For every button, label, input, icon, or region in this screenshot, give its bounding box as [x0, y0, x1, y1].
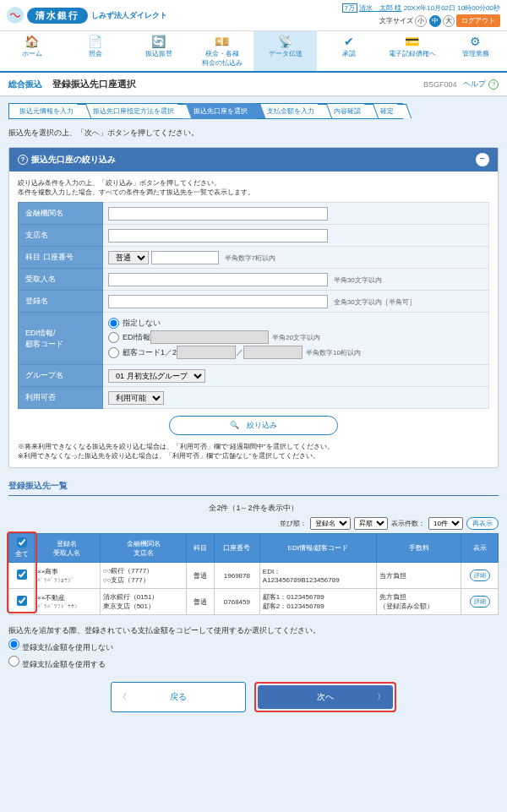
step-3: 支払金額を入力 — [256, 103, 324, 119]
account-number-input[interactable] — [151, 251, 219, 264]
font-small-button[interactable]: 小 — [415, 15, 427, 27]
edi-none-radio[interactable] — [108, 318, 119, 329]
edi-code1-input[interactable] — [177, 346, 236, 359]
table-row: ××商事ﾊﾞﾂﾊﾞﾂｼｮｳｼﾞ○○銀行（7777）○○支店（777）普通1969… — [9, 563, 499, 589]
copy-instruction: 振込先を追加する際、登録されている支払金額をコピーして使用するか選択してください… — [8, 625, 499, 636]
collapse-icon[interactable]: − — [476, 153, 489, 166]
label-edi: EDI情報/ 顧客コード — [19, 313, 103, 365]
step-0: 振込元情報を入力 — [8, 103, 83, 119]
edi-code-radio[interactable] — [108, 347, 119, 358]
nav-1[interactable]: 📄照会 — [63, 31, 127, 71]
label-branch: 支店名 — [19, 225, 103, 247]
detail-button[interactable]: 詳細 — [470, 569, 490, 581]
sort-select[interactable]: 登録名 — [310, 517, 351, 530]
page-category: 総合振込 — [8, 79, 42, 90]
nav-7[interactable]: ⚙管理業務 — [444, 31, 507, 71]
filter-button[interactable]: 🔍 絞り込み — [169, 416, 338, 435]
bank-logo-icon — [7, 7, 24, 24]
label-regname: 登録名 — [19, 291, 103, 313]
detail-button[interactable]: 詳細 — [470, 596, 490, 608]
edi-info-radio[interactable] — [108, 332, 119, 343]
row-checkbox[interactable] — [17, 596, 27, 606]
list-count: 全2件（1～2件を表示中） — [8, 503, 499, 514]
edi-info-input[interactable] — [150, 330, 269, 344]
redisplay-button[interactable]: 再表示 — [466, 517, 499, 530]
select-all-checkbox[interactable] — [17, 537, 27, 548]
font-large-button[interactable]: 大 — [443, 15, 455, 27]
nav-0[interactable]: 🏠ホーム — [0, 31, 63, 71]
nav-3[interactable]: 💴税金・各種料金の払込み — [190, 31, 254, 71]
label-account: 科目 口座番号 — [19, 247, 103, 269]
page-title: 登録振込先口座選択 — [52, 78, 136, 90]
nav-2[interactable]: 🔄振込振替 — [127, 31, 190, 71]
copy-no-radio[interactable] — [8, 639, 19, 650]
edi-code2-input[interactable] — [243, 346, 303, 359]
branch-input[interactable] — [108, 229, 328, 243]
copy-yes-radio[interactable] — [8, 656, 19, 667]
row-checkbox[interactable] — [17, 569, 27, 580]
step-2: 振込先口座を選択 — [183, 103, 257, 119]
help-link[interactable]: ヘルプ ? — [463, 79, 499, 90]
rows-select[interactable]: 10件 — [428, 517, 463, 530]
label-avail: 利用可否 — [19, 387, 103, 409]
label-group: グループ名 — [19, 365, 103, 387]
bank-input[interactable] — [108, 207, 328, 221]
payee-input[interactable] — [108, 273, 328, 286]
label-payee: 受取人名 — [19, 269, 103, 291]
order-select[interactable]: 昇順 — [354, 517, 388, 530]
back-button[interactable]: 〈戻る — [111, 682, 246, 712]
account-type-select[interactable]: 普通 — [108, 251, 149, 264]
logout-button[interactable]: ログアウト — [456, 14, 500, 27]
user-badge: 7万 — [342, 3, 357, 13]
font-medium-button[interactable]: 中 — [429, 15, 441, 27]
filter-note: 絞り込み条件を入力の上、「絞り込み」ボタンを押してください。条件を複数入力した場… — [18, 178, 489, 197]
timestamp: 20XX年10月02日 10時00分00秒 — [404, 4, 500, 12]
nav-5[interactable]: ✔承認 — [317, 31, 380, 71]
nav-4[interactable]: 📡データ伝送 — [254, 31, 317, 71]
filter-warning: ※将来利用できなくなる振込先を絞り込む場合は、「利用可否」欄で"経過期間中"を選… — [18, 442, 489, 460]
table-row: ××不動産ﾊﾞﾂﾊﾞﾂﾌﾄﾞｳｻﾝ清水銀行（0151）東京支店（501）普通07… — [9, 589, 499, 615]
page-code: BSGF004 — [423, 80, 457, 89]
service-name: しみず法人ダイレクト — [91, 10, 167, 21]
bank-name: 清水銀行 — [27, 8, 88, 24]
avail-select[interactable]: 利用可能 — [108, 391, 164, 405]
nav-6[interactable]: 💳電子記録債権へ — [380, 31, 444, 71]
next-button[interactable]: 次へ〉 — [258, 685, 393, 709]
user-name-link[interactable]: 清水 太郎 様 — [359, 4, 401, 12]
font-size-label: 文字サイズ — [379, 17, 413, 25]
filter-panel-header[interactable]: ?振込先口座の絞り込み − — [9, 148, 498, 172]
page-instruction: 振込先を選択の上、「次へ」ボタンを押してください。 — [8, 128, 499, 139]
list-section-title: 登録振込先一覧 — [8, 477, 499, 496]
label-bank: 金融機関名 — [19, 203, 103, 225]
regname-input[interactable] — [108, 295, 328, 308]
step-1: 振込先口座指定方法を選択 — [82, 103, 183, 119]
group-select[interactable]: 01 月初支払グループ — [108, 369, 205, 383]
